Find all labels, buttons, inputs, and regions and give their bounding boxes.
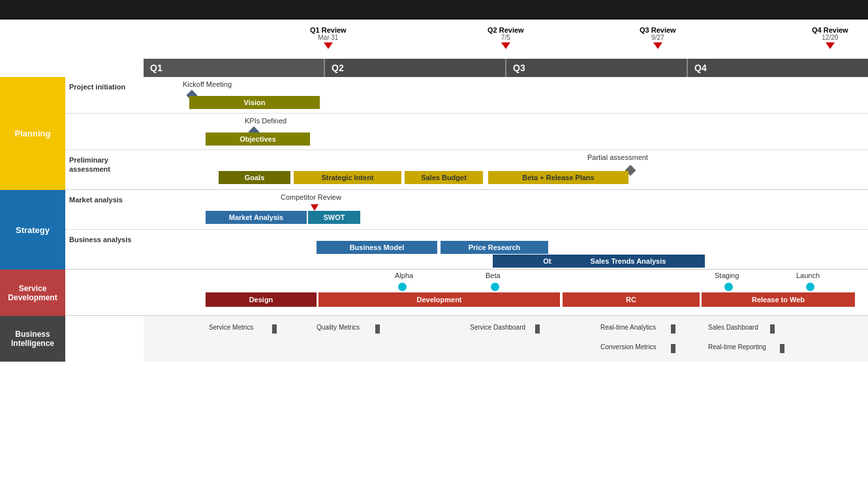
q4-review-date: 12/20 [822,34,838,41]
service-dev-subrows: Alpha Beta Staging Launch Design [65,270,868,316]
service-dashboard-label: Service Dashboard [470,324,525,331]
preliminary-timeline: Partial assessment Goals Strategic Inten… [144,150,868,189]
q3-review-label: Q3 Review [640,26,676,34]
conversion-metrics-label: Conversion Metrics [600,343,657,351]
project-initiation-row1: Project initiation Kickoff Meeting Visio… [65,77,868,114]
business-analysis-row: Business analysis Business Model Price R… [65,230,868,269]
staging-milestone [724,283,733,291]
beta-release-plans-bar: Beta + Release Plans [488,171,628,184]
kpis-objectives-timeline: KPIs Defined Objectives [144,114,868,149]
goals-bar: Goals [219,171,290,184]
service-dev-label: Service Development [0,270,65,316]
gantt-wrapper: Q1 Review Mar 31 Q2 Review 7/5 Q3 Review… [0,20,868,368]
market-analysis-label: Market analysis [65,190,144,210]
q1-review-date: Mar 31 [318,34,338,41]
design-bar: Design [206,292,317,307]
objectives-bar: Objectives [206,133,310,146]
q2-block: Q2 [325,59,506,77]
swot-bar: SWOT [308,211,360,224]
rc-bar: RC [563,292,700,307]
business-analysis-timeline: Business Model Price Research Objectives… [144,230,868,269]
quarter-bar: Q1 Q2 Q3 Q4 [144,59,868,77]
business-model-bar: Business Model [317,241,437,254]
q2-review-date: 7/5 [501,34,510,41]
sales-trends-bar: Sales Trends Analysis [551,255,705,268]
realtime-reporting-flag [780,344,784,353]
strategy-label: Strategy [0,190,65,270]
realtime-analytics-flag [671,324,675,334]
partial-assessment-label: Partial assessment [587,153,648,161]
competitor-review-label: Competitor Review [281,193,341,201]
service-dev-group: Service Development Alpha Beta Staging [0,270,868,316]
planning-subrows: Project initiation Kickoff Meeting Visio… [65,77,868,190]
launch-milestone [806,283,814,291]
q4-block: Q4 [688,59,868,77]
q3-review-date: 9/27 [651,34,664,41]
kickoff-meeting-label: Kickoff Meeting [183,80,232,88]
alpha-milestone [398,283,407,291]
beta-milestone [491,283,499,291]
service-dashboard-flag [535,324,540,334]
vision-bar: Vision [189,96,320,109]
sales-dashboard-flag [770,324,775,334]
development-bar: Development [318,292,560,307]
q2-review-label: Q2 Review [488,26,524,34]
planning-group: Planning Project initiation Kickoff Meet… [0,77,868,190]
bi-row: Service Metrics Quality Metrics Service … [65,316,868,362]
top-bar [0,0,868,20]
project-initiation-label: Project initiation [65,77,144,97]
q1-review-label: Q1 Review [310,26,347,34]
bi-label: Business Intelligence [0,316,65,362]
q2-review-marker: Q2 Review 7/5 [488,26,524,49]
q3-block: Q3 [506,59,688,77]
kickoff-vision-timeline: Kickoff Meeting Vision [144,77,868,113]
launch-label: Launch [796,272,820,279]
project-initiation-row2: KPIs Defined Objectives [65,114,868,150]
bi-subrows: Service Metrics Quality Metrics Service … [65,316,868,362]
release-to-web-bar: Release to Web [702,292,855,307]
market-analysis-bar: Market Analysis [206,211,307,224]
preliminary-assessment-row: Preliminary assessment Partial assessmen… [65,150,868,189]
preliminary-assessment-label: Preliminary assessment [65,150,144,180]
q2-arrow [501,42,510,49]
staging-label: Staging [715,272,739,279]
q4-arrow [826,42,835,49]
market-analysis-row: Market analysis Competitor Review Market… [65,190,868,230]
strategic-intent-bar: Strategic Intent [294,171,401,184]
price-research-bar: Price Research [441,241,548,254]
realtime-analytics-label: Real-time Analytics [600,324,656,331]
sales-budget-bar: Sales Budget [405,171,483,184]
q1-block: Q1 [144,59,325,77]
service-metrics-flag [272,324,277,334]
service-dev-row: Alpha Beta Staging Launch Design [65,270,868,315]
bi-timeline: Service Metrics Quality Metrics Service … [144,316,868,362]
q4-review-marker: Q4 Review 12/20 [812,26,848,49]
market-analysis-timeline: Competitor Review Market Analysis SWOT [144,190,868,229]
alpha-label: Alpha [395,272,413,279]
bi-group: Business Intelligence Service Metrics Qu… [0,316,868,362]
conversion-metrics-flag [671,344,675,353]
strategy-subrows: Market analysis Competitor Review Market… [65,190,868,270]
kpis-label: KPIs Defined [245,117,287,125]
business-analysis-label: Business analysis [65,230,144,249]
quality-metrics-flag [375,324,380,334]
q1-review-marker: Q1 Review Mar 31 [310,26,347,49]
q3-arrow [653,42,662,49]
service-metrics-label: Service Metrics [209,324,253,331]
competitor-review-arrow [311,204,318,211]
q3-review-marker: Q3 Review 9/27 [640,26,676,49]
sales-dashboard-label: Sales Dashboard [708,324,758,331]
q1-arrow [324,42,333,49]
beta-label: Beta [486,272,501,279]
gantt-body: Planning Project initiation Kickoff Meet… [0,77,868,362]
realtime-reporting-label: Real-time Reporting [708,343,766,351]
service-dev-timeline: Alpha Beta Staging Launch Design [144,270,868,315]
planning-label: Planning [0,77,65,190]
strategy-group: Strategy Market analysis Competitor Revi… [0,190,868,270]
q4-review-label: Q4 Review [812,26,848,34]
quality-metrics-label: Quality Metrics [317,324,360,331]
